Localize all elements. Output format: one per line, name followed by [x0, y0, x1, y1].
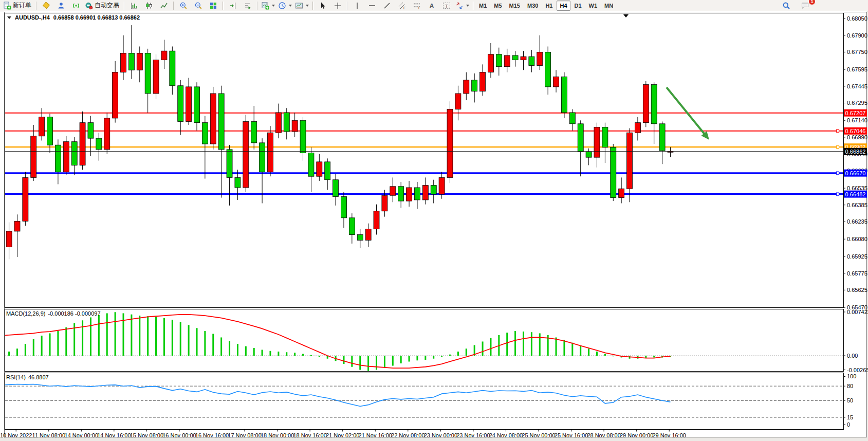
candle-up: [504, 56, 510, 67]
rsi-axis-label: 80: [847, 383, 853, 389]
candle-up: [63, 142, 69, 172]
chevron-down-icon[interactable]: [306, 5, 309, 7]
price-tick-label: 0.67900: [847, 32, 867, 39]
arrows-button[interactable]: [454, 0, 471, 11]
timeframe-m5-button[interactable]: M5: [491, 1, 505, 11]
candle-down: [602, 127, 608, 147]
price-chart-canvas[interactable]: 0.680500.679000.677500.675950.674450.672…: [0, 11, 868, 441]
fibonacci-button[interactable]: F: [409, 0, 424, 11]
periods-button[interactable]: [276, 0, 293, 11]
text-label-button[interactable]: T: [439, 0, 454, 11]
chevron-down-icon[interactable]: [272, 5, 275, 7]
time-tick-label: 18 Nov 16:00: [293, 432, 326, 438]
signals-button[interactable]: [68, 0, 83, 11]
auto-trading-button[interactable]: 自动交易: [83, 0, 122, 11]
candle-up: [6, 231, 12, 247]
candle-up: [619, 189, 624, 197]
rsi-axis-label: 50: [847, 397, 853, 403]
channel-icon: E: [398, 2, 406, 10]
price-tag-0.66482: 0.66482: [844, 191, 867, 198]
new-order-button[interactable]: 新订单: [2, 0, 34, 11]
chart-style-icon: [295, 2, 303, 10]
candle-down: [611, 148, 616, 198]
line-handle[interactable]: [837, 193, 839, 195]
chart-shift-button[interactable]: [225, 0, 240, 11]
timeframe-h4-button[interactable]: H4: [557, 1, 570, 11]
zoom-in-button[interactable]: [176, 0, 191, 11]
candle-up: [137, 53, 142, 70]
text-button[interactable]: A: [424, 0, 439, 11]
svg-text:F: F: [418, 6, 420, 10]
timeframe-m1-button[interactable]: M1: [476, 1, 490, 11]
candle-up: [447, 109, 453, 177]
candle-down: [218, 94, 224, 150]
candle-up: [627, 133, 633, 189]
time-tick-label: 23 Nov 00:00: [424, 432, 457, 438]
price-tag-0.67207: 0.67207: [844, 109, 867, 117]
bar-chart-icon: [130, 2, 138, 10]
line-handle[interactable]: [837, 130, 839, 132]
horizontal-line-button[interactable]: [364, 0, 379, 11]
tile-windows-button[interactable]: [206, 0, 220, 11]
candle-chart-mode-button[interactable]: [141, 0, 156, 11]
price-tick-label: 0.67140: [847, 117, 867, 123]
vertical-line-button[interactable]: [349, 0, 364, 11]
chevron-down-icon[interactable]: [289, 5, 292, 7]
new-chart-button[interactable]: [260, 0, 276, 11]
candle-up: [31, 136, 36, 178]
vline-icon: [353, 2, 361, 10]
candle-down: [496, 54, 502, 67]
candle-down: [529, 57, 534, 65]
timeframe-w1-button[interactable]: W1: [586, 1, 601, 11]
new-order-icon: [3, 2, 11, 10]
clock-icon: [278, 2, 286, 10]
candle-down: [414, 188, 420, 200]
candle-down: [128, 53, 134, 70]
candle-down: [341, 196, 346, 217]
zoom-in-icon: [179, 2, 188, 10]
timeframe-mn-button[interactable]: MN: [601, 1, 616, 11]
line-chart-mode-button[interactable]: [156, 0, 171, 11]
chevron-down-icon[interactable]: [466, 5, 469, 7]
cursor-button[interactable]: [315, 0, 330, 11]
candle-up: [374, 211, 379, 229]
time-tick-label: 16 Nov 16:00: [195, 432, 229, 438]
timeframe-m15-button[interactable]: M15: [506, 1, 523, 11]
notifications-button[interactable]: 1: [798, 0, 812, 11]
timeframe-d1-button[interactable]: D1: [571, 1, 585, 11]
trendline-button[interactable]: [379, 0, 394, 11]
timeframe-m30-button[interactable]: M30: [524, 1, 541, 11]
price-tick-label: 0.67295: [847, 100, 867, 106]
line-handle[interactable]: [837, 146, 839, 149]
line-handle[interactable]: [837, 172, 839, 174]
auto-scroll-button[interactable]: [240, 0, 255, 11]
candle-down: [178, 86, 183, 122]
search-button[interactable]: [779, 0, 793, 11]
rsi-axis-label: 0: [847, 421, 850, 428]
toolbar-separator: [312, 2, 313, 10]
time-tick-label: 25 Nov 00:00: [522, 432, 555, 438]
candle-up: [80, 123, 85, 166]
time-tick-label: 14 Nov 16:00: [97, 432, 131, 438]
crosshair-button[interactable]: [330, 0, 345, 11]
new-chart-icon: [261, 2, 269, 10]
zoom-out-button[interactable]: [191, 0, 206, 11]
bar-chart-mode-button[interactable]: [126, 0, 141, 11]
time-tick-label: 17 Nov 08:00: [228, 432, 261, 438]
toolbar-separator: [257, 2, 257, 10]
chart-style-button[interactable]: [293, 0, 310, 11]
price-tick-label: 0.67750: [847, 49, 867, 55]
candle-up: [455, 94, 461, 109]
price-tick-label: 0.67445: [847, 83, 867, 89]
candle-down: [545, 52, 551, 87]
candle-up: [480, 72, 486, 91]
rsi-panel: [5, 373, 844, 430]
candle-down: [357, 234, 363, 240]
equidistant-channel-button[interactable]: E: [394, 0, 409, 11]
candle-down: [325, 162, 330, 180]
macd-axis-label: 0.007422: [847, 309, 868, 315]
community-button[interactable]: [53, 0, 68, 11]
charts-profile-button[interactable]: [39, 0, 53, 11]
timeframe-h1-button[interactable]: H1: [542, 1, 556, 11]
label-icon: T: [442, 2, 451, 10]
